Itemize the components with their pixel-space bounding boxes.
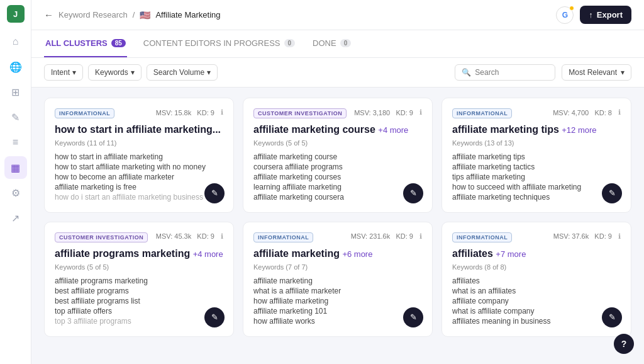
card-header: CUSTOMER INVESTIGATION MSV: 3,180 KD: 9 …: [253, 108, 422, 118]
keyword-item: how affiliate marketing: [253, 296, 422, 306]
share-icon[interactable]: ↗: [4, 207, 27, 229]
card-edit-button[interactable]: ✎: [602, 183, 622, 203]
info-icon[interactable]: ℹ: [221, 232, 223, 241]
card-edit-button[interactable]: ✎: [204, 307, 225, 327]
card-title: affiliate marketing course +4 more: [253, 123, 422, 137]
card-edit-button[interactable]: ✎: [403, 183, 423, 203]
info-icon[interactable]: ℹ: [221, 108, 223, 117]
card-keywords-count: Keywords (7 of 7): [253, 263, 422, 271]
card-badge: CUSTOMER INVESTIGATION: [253, 108, 347, 118]
card-2: INFORMATIONAL MSV: 4,700 KD: 8 ℹ affilia…: [441, 98, 631, 213]
info-icon[interactable]: ℹ: [618, 232, 621, 241]
intent-filter[interactable]: Intent ▾: [44, 64, 83, 81]
search-volume-filter[interactable]: Search Volume ▾: [147, 64, 218, 81]
keywords-filter[interactable]: Keywords ▾: [88, 64, 142, 81]
keyword-item: affiliate marketing techniques: [452, 192, 621, 202]
chevron-down-icon: ▾: [72, 68, 76, 77]
keyword-item: affiliate marketing is free: [55, 182, 223, 192]
card-title-more: +4 more: [378, 125, 408, 135]
google-dot: [569, 6, 574, 11]
search-input[interactable]: [475, 68, 548, 77]
keyword-item: how to succeed with affiliate marketing: [452, 182, 621, 192]
info-icon[interactable]: ℹ: [419, 108, 422, 117]
card-badge: INFORMATIONAL: [55, 108, 114, 118]
edit-icon[interactable]: ✎: [4, 106, 27, 128]
tab-done[interactable]: DONE 0: [311, 30, 352, 57]
search-box: 🔍: [455, 64, 555, 81]
export-icon: ↑: [589, 10, 593, 20]
list-icon[interactable]: ≡: [4, 131, 27, 154]
keyword-item: affiliate company: [452, 296, 621, 306]
google-icon[interactable]: G: [556, 6, 574, 24]
card-keywords-list: how to start in affiliate marketinghow t…: [55, 152, 223, 202]
info-icon[interactable]: ℹ: [618, 108, 621, 117]
back-button[interactable]: ←: [44, 9, 53, 20]
keyword-item: how to start affiliate marketing with no…: [55, 162, 223, 172]
keyword-item: affiliate programs marketing: [55, 276, 223, 286]
card-keywords-list: affiliate marketingwhat is a affiliate m…: [253, 276, 422, 326]
help-button[interactable]: ?: [614, 334, 634, 354]
card-keywords-list: affiliateswhat is an affiliatesaffiliate…: [452, 276, 621, 326]
card-edit-button[interactable]: ✎: [204, 183, 225, 203]
card-3: CUSTOMER INVESTIGATION MSV: 45.3k KD: 9 …: [44, 222, 234, 337]
globe-icon[interactable]: 🌐: [4, 55, 27, 78]
sidebar: J ⌂ 🌐 ⊞ ✎ ≡ ▦ ⚙ ↗: [0, 0, 31, 364]
card-0: INFORMATIONAL MSV: 15.8k KD: 9 ℹ how to …: [44, 98, 234, 213]
header-right: G ↑ Export: [556, 6, 631, 24]
card-stats: MSV: 3,180 KD: 9 ℹ: [354, 108, 422, 117]
chevron-down-icon: ▾: [207, 68, 211, 77]
card-keywords-list: affiliate marketing coursecoursera affil…: [253, 152, 422, 202]
tabs-bar: ALL CLUSTERS 85 CONTENT EDITORS IN PROGR…: [31, 30, 644, 58]
grid-icon[interactable]: ⊞: [4, 81, 27, 103]
card-keywords-count: Keywords (8 of 8): [452, 263, 621, 271]
keyword-item: affiliate marketing courses: [253, 172, 422, 182]
home-icon[interactable]: ⌂: [4, 30, 27, 53]
keyword-item: how do i start an affiliate marketing bu…: [55, 192, 223, 202]
breadcrumb-separator: /: [133, 10, 135, 20]
card-keywords-count: Keywords (13 of 13): [452, 139, 621, 147]
tab-label: CONTENT EDITORS IN PROGRESS: [143, 38, 280, 48]
keyword-item: affiliates: [452, 276, 621, 286]
avatar[interactable]: J: [7, 5, 25, 23]
card-keywords-count: Keywords (5 of 5): [55, 263, 223, 271]
keyword-item: top 3 affiliate programs: [55, 316, 223, 326]
card-header: CUSTOMER INVESTIGATION MSV: 45.3k KD: 9 …: [55, 232, 223, 242]
keyword-item: affiliate marketing course: [253, 152, 422, 162]
info-icon[interactable]: ℹ: [419, 232, 422, 241]
tab-badge-all: 85: [111, 39, 126, 47]
header: ← Keyword Research / 🇺🇸 Affiliate Market…: [31, 0, 644, 30]
card-title-more: +7 more: [496, 249, 526, 259]
tab-badge-done: 0: [340, 39, 352, 47]
main-content: ← Keyword Research / 🇺🇸 Affiliate Market…: [31, 0, 644, 364]
chart-icon[interactable]: ▦: [4, 156, 27, 179]
card-title: affiliates +7 more: [452, 247, 621, 261]
card-keywords-list: affiliate marketing tipsaffiliate market…: [452, 152, 621, 202]
card-title: affiliate programs marketing +4 more: [55, 247, 223, 261]
tab-content-editors[interactable]: CONTENT EDITORS IN PROGRESS 0: [142, 30, 296, 57]
keyword-item: how to start in affiliate marketing: [55, 152, 223, 162]
country-flag: 🇺🇸: [140, 10, 150, 20]
tab-all-clusters[interactable]: ALL CLUSTERS 85: [44, 30, 127, 57]
search-icon: 🔍: [462, 68, 471, 77]
keyword-item: learning affiliate marketing: [253, 182, 422, 192]
card-edit-button[interactable]: ✎: [602, 307, 622, 327]
card-edit-button[interactable]: ✎: [403, 307, 423, 327]
filters-bar: Intent ▾ Keywords ▾ Search Volume ▾ 🔍 Mo…: [31, 58, 644, 88]
keyword-item: top affiliate offers: [55, 306, 223, 316]
card-header: INFORMATIONAL MSV: 4,700 KD: 8 ℹ: [452, 108, 621, 118]
sort-select[interactable]: Most Relevant ▾: [562, 64, 631, 81]
keyword-item: what is an affiliates: [452, 286, 621, 296]
header-left: ← Keyword Research / 🇺🇸 Affiliate Market…: [44, 9, 221, 20]
cards-grid: INFORMATIONAL MSV: 15.8k KD: 9 ℹ how to …: [44, 98, 631, 337]
card-title: how to start in affiliate marketing...: [55, 123, 223, 137]
card-title: affiliate marketing tips +12 more: [452, 123, 621, 137]
filter-right: 🔍 Most Relevant ▾: [455, 64, 631, 81]
chevron-down-icon: ▾: [621, 68, 625, 77]
keyword-item: affiliates meaning in business: [452, 316, 621, 326]
chevron-down-icon: ▾: [131, 68, 135, 77]
keyword-item: affiliate marketing tips: [452, 152, 621, 162]
tab-badge-editors: 0: [284, 39, 296, 47]
card-title-more: +12 more: [562, 125, 596, 135]
puzzle-icon[interactable]: ⚙: [4, 181, 27, 204]
export-button[interactable]: ↑ Export: [580, 6, 631, 24]
